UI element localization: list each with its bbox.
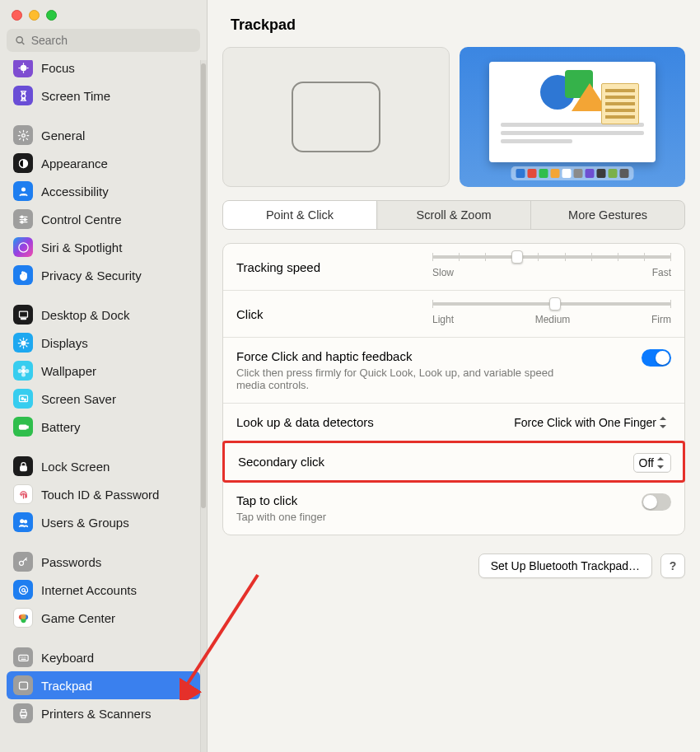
svg-point-22: [21, 397, 24, 399]
sidebar-item-focus[interactable]: Focus: [7, 60, 200, 82]
preview-row: [208, 47, 700, 195]
tab-scroll-zoom[interactable]: Scroll & Zoom: [377, 201, 531, 229]
sidebar-item-screen-saver[interactable]: Screen Saver: [7, 385, 200, 413]
minimize-window-icon[interactable]: [29, 10, 40, 21]
search-field[interactable]: [7, 29, 200, 52]
zoom-window-icon[interactable]: [46, 10, 57, 21]
trackpad-preview: [222, 47, 450, 187]
svg-rect-44: [21, 715, 26, 717]
click-label: Click: [236, 307, 264, 321]
force-click-toggle[interactable]: [642, 349, 671, 367]
svg-point-20: [26, 369, 29, 372]
sidebar-item-internet-accounts[interactable]: Internet Accounts: [7, 576, 200, 604]
svg-point-34: [21, 614, 26, 619]
secondary-click-popup[interactable]: Off: [633, 453, 671, 473]
sidebar-item-privacy-security[interactable]: Privacy & Security: [7, 261, 200, 289]
svg-point-15: [21, 341, 26, 345]
sidebar-item-label: General: [41, 128, 85, 142]
tap-to-click-row: Tap to click Tap with one finger: [223, 482, 684, 535]
users-icon: [13, 512, 33, 532]
tap-to-click-toggle[interactable]: [642, 493, 671, 511]
fingerprint-icon: [13, 484, 33, 504]
svg-point-27: [20, 519, 23, 522]
sidebar-item-label: Appearance: [41, 156, 108, 170]
footer-buttons: Set Up Bluetooth Trackpad… ?: [208, 535, 700, 578]
svg-point-18: [21, 373, 25, 376]
sidebar-item-battery[interactable]: Battery: [7, 413, 200, 441]
secondary-click-label: Secondary click: [238, 455, 324, 469]
sidebar-item-label: Control Centre: [41, 213, 122, 227]
flower-icon: [13, 361, 33, 381]
force-click-row: Force Click and haptic feedback Click th…: [223, 338, 684, 404]
tracking-speed-label: Tracking speed: [236, 260, 320, 274]
tap-to-click-label: Tap to click: [236, 493, 671, 507]
sidebar-item-passwords[interactable]: Passwords: [7, 548, 200, 576]
svg-rect-26: [20, 465, 26, 470]
tab-more-gestures[interactable]: More Gestures: [531, 201, 684, 229]
sidebar-item-label: Game Center: [41, 611, 115, 625]
search-icon: [15, 35, 26, 47]
sidebar-item-keyboard[interactable]: Keyboard: [7, 643, 200, 671]
tracking-speed-row: Tracking speed Slow Fast: [223, 244, 684, 291]
sun-icon: [13, 333, 33, 353]
lookup-popup[interactable]: Force Click with One Finger: [509, 413, 673, 432]
sidebar-item-label: Wallpaper: [41, 364, 96, 378]
gear-icon: [13, 125, 33, 145]
sidebar-item-siri-spotlight[interactable]: Siri & Spotlight: [7, 233, 200, 261]
setup-bluetooth-button[interactable]: Set Up Bluetooth Trackpad…: [478, 553, 652, 578]
sidebar-item-displays[interactable]: Displays: [7, 329, 200, 357]
sidebar-item-label: Passwords: [41, 555, 101, 569]
sidebar-item-label: Battery: [41, 420, 81, 434]
at-icon: [13, 580, 33, 600]
sidebar-item-wallpaper[interactable]: Wallpaper: [7, 357, 200, 385]
svg-point-5: [21, 188, 25, 191]
window-controls: [0, 0, 207, 29]
lookup-label: Look up & data detectors: [236, 415, 374, 429]
click-slider[interactable]: Light Medium Firm: [432, 302, 671, 325]
force-click-label: Force Click and haptic feedback: [236, 349, 671, 363]
tab-point-click[interactable]: Point & Click: [223, 201, 377, 229]
trackpad-icon: [292, 82, 380, 152]
svg-point-12: [18, 242, 27, 251]
sidebar-item-printers-scanners[interactable]: Printers & Scanners: [7, 699, 200, 727]
sidebar-item-label: Screen Saver: [41, 392, 116, 406]
sidebar-item-lock-screen[interactable]: Lock Screen: [7, 452, 200, 480]
help-button[interactable]: ?: [660, 553, 685, 578]
tab-bar: Point & ClickScroll & ZoomMore Gestures: [222, 200, 685, 230]
sidebar-item-game-center[interactable]: Game Center: [7, 604, 200, 632]
sidebar-item-accessibility[interactable]: Accessibility: [7, 177, 200, 205]
svg-rect-35: [18, 655, 27, 661]
lock-icon: [13, 456, 33, 476]
svg-point-3: [21, 133, 25, 137]
sidebar-item-label: Keyboard: [41, 651, 94, 665]
close-window-icon[interactable]: [12, 10, 22, 21]
search-input[interactable]: [31, 34, 192, 47]
sidebar-item-control-centre[interactable]: Control Centre: [7, 205, 200, 233]
printer-icon: [13, 703, 33, 723]
sidebar-item-users-groups[interactable]: Users & Groups: [7, 508, 200, 536]
battery-icon: [13, 417, 33, 437]
sidebar-item-label: Displays: [41, 336, 88, 350]
chevron-updown-icon: [657, 457, 665, 469]
tracking-speed-slider[interactable]: Slow Fast: [432, 255, 671, 278]
svg-rect-43: [21, 709, 26, 712]
svg-rect-41: [19, 682, 27, 689]
svg-point-10: [24, 218, 26, 221]
sidebar-item-label: Trackpad: [41, 679, 92, 693]
sidebar-item-desktop-dock[interactable]: Desktop & Dock: [7, 301, 200, 329]
keyboard-icon: [13, 647, 33, 667]
sidebar-item-appearance[interactable]: Appearance: [7, 149, 200, 177]
lookup-row: Look up & data detectors Force Click wit…: [223, 404, 684, 441]
svg-point-17: [21, 366, 25, 369]
force-click-sub: Click then press firmly for Quick Look, …: [236, 367, 582, 391]
siri-icon: [13, 237, 33, 257]
sidebar: FocusScreen TimeGeneralAppearanceAccessi…: [0, 0, 208, 752]
tap-to-click-sub: Tap with one finger: [236, 511, 582, 523]
sidebar-item-label: Printers & Scanners: [41, 707, 151, 721]
sidebar-item-screen-time[interactable]: Screen Time: [7, 82, 200, 110]
appearance-icon: [13, 153, 33, 173]
sidebar-scrollbar[interactable]: [200, 60, 207, 752]
sidebar-item-trackpad[interactable]: Trackpad: [7, 671, 200, 699]
sidebar-item-touch-id-password[interactable]: Touch ID & Password: [7, 480, 200, 508]
sidebar-item-general[interactable]: General: [7, 121, 200, 149]
